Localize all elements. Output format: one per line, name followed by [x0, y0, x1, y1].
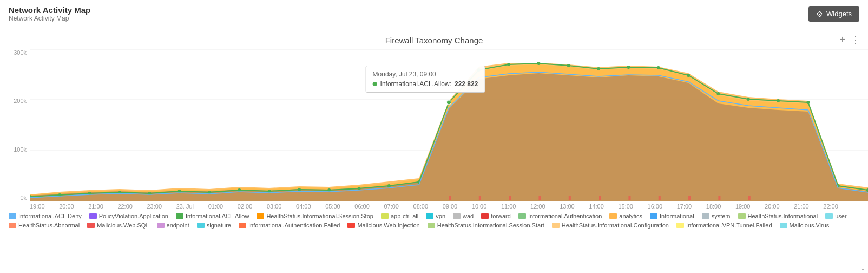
- svg-point-12: [268, 190, 271, 193]
- x-label: 21:00: [88, 203, 103, 210]
- legend-label: Malicious.Virus: [790, 222, 830, 229]
- legend-item: forward: [481, 213, 511, 219]
- legend-color: [825, 213, 833, 219]
- svg-rect-39: [628, 196, 630, 200]
- legend-item: Malicious.Web.SQL: [87, 222, 149, 229]
- x-label: 19:00: [30, 203, 45, 210]
- svg-rect-40: [659, 196, 661, 200]
- legend-color: [738, 213, 746, 219]
- x-axis: 19:00 20:00 21:00 22:00 23:00 23. Jul 01…: [0, 201, 868, 210]
- legend-label: Informational.ACL.Deny: [18, 213, 82, 219]
- legend-label: vpn: [436, 213, 445, 219]
- legend-label: user: [835, 213, 846, 219]
- legend-item: HealthStatus.Informational.Session.Stop: [257, 213, 373, 219]
- legend-color: [157, 223, 165, 228]
- legend-label: Malicious.Web.Injection: [357, 222, 419, 229]
- svg-point-28: [747, 98, 750, 101]
- legend-label: Informational: [660, 213, 694, 219]
- legend-label: Informational.Authentication: [528, 213, 602, 219]
- svg-point-9: [178, 190, 181, 193]
- x-label: 20:00: [765, 203, 780, 210]
- x-label: 10:00: [472, 203, 487, 210]
- svg-rect-36: [538, 196, 541, 200]
- x-label: 02:00: [238, 203, 253, 210]
- svg-point-27: [716, 92, 720, 95]
- legend-item: system: [702, 213, 731, 219]
- x-label: 12:00: [530, 203, 545, 210]
- legend-color: [428, 223, 435, 228]
- svg-point-20: [507, 63, 510, 66]
- x-label: 21:00: [794, 203, 809, 210]
- svg-point-13: [298, 188, 301, 191]
- legend-label: analytics: [619, 213, 642, 219]
- svg-rect-41: [688, 196, 691, 200]
- legend-color: [9, 213, 16, 219]
- legend-color: [481, 213, 489, 219]
- legend-item: app-ctrl-all: [381, 213, 418, 219]
- x-label: 07:00: [384, 203, 399, 210]
- x-label: 01:00: [208, 203, 223, 210]
- x-label: 03:00: [267, 203, 282, 210]
- svg-point-11: [238, 188, 241, 192]
- y-label-100k: 100k: [4, 146, 27, 153]
- svg-rect-43: [748, 196, 751, 200]
- legend-label: Informational.VPN.Tunnel.Failed: [686, 222, 772, 229]
- add-icon[interactable]: +: [839, 34, 845, 46]
- svg-point-19: [477, 68, 481, 72]
- legend-item: endpoint: [157, 222, 189, 229]
- legend-label: HealthStatus.Informational.Configuration: [562, 222, 669, 229]
- legend-color: [87, 223, 95, 228]
- legend-item: Informational.Authentication: [518, 213, 602, 219]
- chart-legend: Informational.ACL.DenyPolicyViolation.Ap…: [0, 210, 868, 233]
- legend-color: [552, 223, 560, 228]
- svg-rect-34: [479, 196, 481, 200]
- svg-rect-42: [718, 196, 720, 200]
- legend-color: [257, 213, 264, 219]
- legend-label: wad: [463, 213, 474, 219]
- svg-point-29: [777, 99, 780, 102]
- y-label-300k: 300k: [4, 49, 27, 56]
- x-label: 14:00: [589, 203, 604, 210]
- x-label: 15:00: [618, 203, 633, 210]
- x-label: 11:00: [501, 203, 516, 210]
- chart-area: 300k 200k 100k 0k: [0, 49, 868, 201]
- legend-label: HealthStatus.Informational.Session.Start: [437, 222, 544, 229]
- legend-item: Informational.ACL.Deny: [9, 213, 82, 219]
- x-label: 16:00: [648, 203, 663, 210]
- svg-point-16: [387, 184, 391, 187]
- resize-handle[interactable]: ⌟: [862, 263, 865, 271]
- svg-point-22: [567, 64, 570, 67]
- widgets-button[interactable]: ⚙ Widgets: [808, 6, 859, 22]
- svg-rect-37: [569, 196, 571, 200]
- chart-actions: + ⋮: [839, 34, 860, 46]
- legend-color: [518, 213, 526, 219]
- chart-container: Firewall Taxonomy Change + ⋮ 300k 200k 1…: [0, 28, 868, 273]
- x-label: 18:00: [706, 203, 721, 210]
- x-label: 22:00: [823, 203, 838, 210]
- legend-color: [676, 223, 684, 228]
- legend-item: vpn: [426, 213, 445, 219]
- header-bar: Network Activity Map Network Activity Ma…: [0, 0, 868, 28]
- chart-svg: [30, 49, 868, 201]
- x-label: 08:00: [413, 203, 429, 210]
- legend-item: Informational.VPN.Tunnel.Failed: [676, 222, 772, 229]
- svg-point-30: [806, 101, 810, 104]
- legend-color: [780, 223, 787, 228]
- svg-point-26: [687, 74, 690, 77]
- legend-label: Informational.Authentication.Failed: [248, 222, 340, 229]
- legend-color: [702, 213, 709, 219]
- legend-color: [453, 213, 461, 219]
- app-title: Network Activity Map: [9, 5, 90, 15]
- legend-label: app-ctrl-all: [391, 213, 418, 219]
- legend-item: PolicyViolation.Application: [89, 213, 168, 219]
- y-axis: 300k 200k 100k 0k: [0, 49, 30, 201]
- svg-point-18: [446, 100, 451, 105]
- legend-label: system: [712, 213, 731, 219]
- gear-icon: ⚙: [816, 10, 823, 18]
- legend-label: endpoint: [167, 222, 189, 229]
- legend-item: Malicious.Web.Injection: [347, 222, 419, 229]
- legend-color: [239, 223, 246, 228]
- x-label: 20:00: [59, 203, 74, 210]
- more-icon[interactable]: ⋮: [851, 34, 860, 46]
- legend-label: PolicyViolation.Application: [99, 213, 168, 219]
